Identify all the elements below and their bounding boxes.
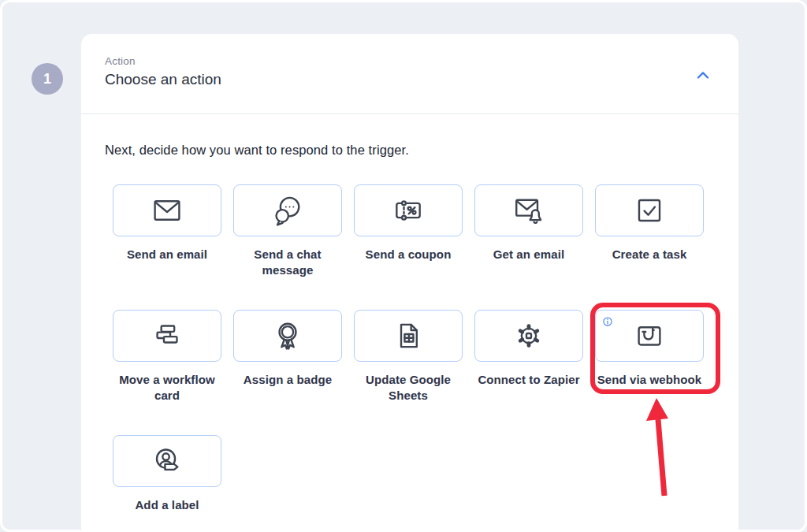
step-number-badge: 1 bbox=[32, 63, 63, 95]
action-tile-move-a-workflow-card: Move a workflow card bbox=[113, 310, 221, 404]
action-label: Send a chat message bbox=[233, 247, 342, 278]
webhook-icon bbox=[632, 318, 667, 353]
action-button-send-via-webhook[interactable] bbox=[595, 310, 704, 362]
action-label: Send a coupon bbox=[366, 247, 452, 262]
action-tile-send-a-chat-message: Send a chat message bbox=[233, 184, 342, 278]
panel-eyebrow: Action bbox=[105, 55, 136, 67]
sheets-icon bbox=[391, 318, 426, 353]
action-tile-send-an-email: Send an email bbox=[113, 184, 221, 278]
workflow-icon bbox=[150, 318, 184, 353]
action-button-get-an-email[interactable] bbox=[474, 184, 583, 236]
email-icon bbox=[150, 193, 184, 228]
action-button-connect-to-zapier[interactable] bbox=[474, 310, 583, 362]
page: 1 Action Choose an action Next, decide h… bbox=[0, 0, 807, 532]
action-tile-get-an-email: Get an email bbox=[474, 184, 583, 278]
header-divider bbox=[81, 113, 738, 114]
panel-title: Choose an action bbox=[105, 71, 221, 88]
action-tile-send-via-webhook: Send via webhook bbox=[595, 310, 704, 404]
info-icon[interactable] bbox=[601, 314, 615, 329]
action-tile-update-google-sheets: Update Google Sheets bbox=[354, 310, 463, 404]
action-button-send-a-chat-message[interactable] bbox=[233, 184, 342, 236]
action-label: Send via webhook bbox=[597, 372, 701, 388]
action-label: Create a task bbox=[612, 247, 687, 262]
action-tile-add-a-label: Add a label bbox=[113, 435, 221, 513]
action-label: Send an email bbox=[127, 247, 207, 262]
action-tile-connect-to-zapier: Connect to Zapier bbox=[474, 310, 583, 404]
coupon-icon bbox=[391, 193, 426, 228]
task-icon bbox=[632, 193, 667, 228]
action-label: Connect to Zapier bbox=[478, 372, 579, 388]
actions-grid: Send an email Send a chat message Send a… bbox=[113, 184, 704, 513]
intro-text: Next, decide how you want to respond to … bbox=[105, 143, 409, 158]
action-label: Assign a badge bbox=[244, 372, 332, 388]
action-label: Update Google Sheets bbox=[354, 372, 463, 404]
action-label: Get an email bbox=[493, 247, 564, 262]
step-number: 1 bbox=[43, 71, 51, 87]
action-tile-send-a-coupon: Send a coupon bbox=[354, 184, 463, 278]
action-tile-create-a-task: Create a task bbox=[595, 184, 704, 278]
label-icon bbox=[150, 444, 184, 478]
action-button-assign-a-badge[interactable] bbox=[233, 310, 342, 362]
action-button-send-a-coupon[interactable] bbox=[354, 184, 463, 236]
action-label: Add a label bbox=[135, 497, 199, 513]
action-button-move-a-workflow-card[interactable] bbox=[113, 310, 221, 362]
action-panel: Action Choose an action Next, decide how… bbox=[81, 34, 738, 532]
action-tile-assign-a-badge: Assign a badge bbox=[233, 310, 342, 404]
action-button-send-an-email[interactable] bbox=[113, 184, 221, 236]
badge-icon bbox=[270, 318, 305, 353]
action-button-create-a-task[interactable] bbox=[595, 184, 704, 236]
chat-icon bbox=[270, 193, 305, 228]
email-bell-icon bbox=[511, 193, 546, 228]
action-label: Move a workflow card bbox=[113, 372, 221, 404]
chevron-up-icon bbox=[693, 65, 713, 86]
collapse-button[interactable] bbox=[691, 64, 715, 87]
gear-icon bbox=[511, 318, 546, 353]
action-button-add-a-label[interactable] bbox=[113, 435, 221, 487]
action-button-update-google-sheets[interactable] bbox=[354, 310, 463, 362]
